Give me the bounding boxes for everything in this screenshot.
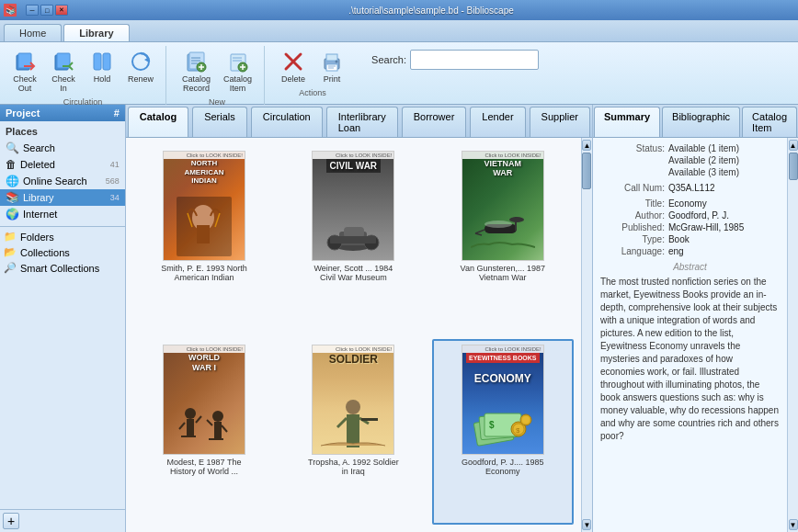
book-caption-4: Modest, E 1987 The History of World ... — [158, 458, 250, 476]
online-search-icon: 🌐 — [6, 175, 19, 187]
callnum-value: Q35A.L112 — [668, 183, 780, 193]
svg-rect-44 — [515, 217, 517, 231]
tab-serials[interactable]: Serials — [192, 107, 247, 137]
catalog-record-button[interactable]: CatalogRecord — [177, 46, 215, 96]
book-caption-1: Smith, P. E. 1993 North American Indian — [158, 264, 250, 282]
tab-summary[interactable]: Summary — [594, 107, 660, 137]
search-input[interactable] — [410, 50, 539, 70]
right-scrollbar[interactable]: ▲ ▼ — [787, 138, 798, 532]
sidebar-item-internet[interactable]: 🌍 Internet — [0, 206, 125, 222]
catalog-item-button[interactable]: CatalogItem — [219, 46, 256, 96]
catalog-record-label: CatalogRecord — [182, 74, 211, 93]
book-item-6[interactable]: Click to LOOK INSIDE! EYEWITNESS BOOKS E… — [432, 339, 574, 526]
title-bar: 📚 ─ □ ✕ .\tutorial\sample\sample.bd - Bi… — [0, 0, 798, 20]
status-value-3: Available (3 item) — [668, 167, 780, 177]
book-item-1[interactable]: Click to LOOK INSIDE! NORTHAMERICANINDIA… — [133, 145, 275, 332]
print-button[interactable]: Print — [314, 46, 349, 86]
title-label: Title: — [600, 198, 665, 209]
checkin-button[interactable]: CheckIn — [46, 46, 81, 96]
delete-icon — [280, 49, 306, 74]
tab-borrower[interactable]: Borrower — [402, 107, 467, 137]
delete-button[interactable]: Delete — [276, 46, 311, 86]
center-panel: Catalog Serials Circulation Interlibrary… — [126, 105, 592, 532]
tab-bibliographic[interactable]: Bibliographic — [662, 107, 740, 137]
renew-button[interactable]: Renew — [123, 46, 158, 86]
svg-point-31 — [336, 61, 338, 63]
sidebar-deleted-count: 41 — [110, 160, 120, 169]
tab-circulation[interactable]: Circulation — [251, 107, 323, 137]
book-item-3[interactable]: Click to LOOK INSIDE! VIETNAMWAR — [432, 145, 574, 332]
book-item-2[interactable]: Click to LOOK INSIDE! CIVIL WAR — [282, 145, 424, 332]
book-item-4[interactable]: Click to LOOK INSIDE! WORLDWAR I — [133, 339, 275, 526]
content-tabs: Catalog Serials Circulation Interlibrary… — [126, 105, 592, 138]
svg-line-50 — [179, 423, 185, 429]
book-item-5[interactable]: Click to LOOK INSIDE! SOLDIER — [282, 339, 424, 526]
print-label: Print — [324, 74, 341, 84]
title-row: Title: Economy — [600, 198, 780, 209]
sidebar: Project # Places 🔍 Search 🗑 Deleted 41 🌐… — [0, 105, 126, 532]
ribbon-search-area: Search: — [368, 46, 542, 74]
folders-icon: 📁 — [4, 231, 17, 243]
author-value: Goodford, P. J. — [668, 210, 780, 221]
tab-catalog[interactable]: Catalog — [128, 107, 188, 137]
svg-rect-6 — [94, 53, 101, 70]
status-value-1: Available (1 item) — [668, 143, 780, 153]
type-value: Book — [668, 234, 780, 244]
right-panel: Summary Bibliographic Catalog Item Statu… — [592, 105, 798, 532]
sidebar-library-label: Library — [23, 192, 107, 203]
center-scrollbar[interactable]: ▲ ▼ — [581, 138, 592, 532]
tab-lender[interactable]: Lender — [470, 107, 525, 137]
sidebar-group-folders[interactable]: 📁 Folders — [0, 229, 125, 244]
main-content: Project # Places 🔍 Search 🗑 Deleted 41 🌐… — [0, 105, 798, 532]
close-btn[interactable]: ✕ — [55, 5, 68, 16]
svg-point-45 — [484, 221, 512, 228]
svg-rect-61 — [347, 414, 359, 435]
sidebar-library-count: 34 — [110, 193, 120, 202]
folders-label: Folders — [20, 232, 54, 243]
book-grid: Click to LOOK INSIDE! NORTHAMERICANINDIA… — [126, 138, 581, 532]
abstract-title: Abstract — [600, 262, 780, 272]
renew-label: Renew — [128, 74, 154, 84]
svg-point-48 — [185, 408, 196, 419]
sidebar-item-search[interactable]: 🔍 Search — [0, 140, 125, 156]
svg-rect-59 — [216, 438, 223, 440]
summary-content: Status: Available (1 item) Available (2 … — [593, 138, 787, 532]
sidebar-item-online-search[interactable]: 🌐 Online Search 568 — [0, 173, 125, 189]
sidebar-item-library[interactable]: 📚 Library 34 — [0, 189, 125, 206]
tab-library[interactable]: Library — [63, 24, 129, 41]
svg-marker-9 — [144, 57, 149, 62]
sidebar-online-count: 568 — [106, 176, 120, 186]
checkout-icon — [12, 49, 38, 74]
status-row-2: Available (2 item) — [600, 155, 780, 165]
book-caption-3: Van Gunsteren,... 1987 Vietnam War — [457, 264, 549, 282]
restore-btn[interactable]: □ — [40, 5, 53, 16]
status-label: Status: — [600, 143, 665, 153]
checkout-button[interactable]: CheckOut — [7, 46, 42, 96]
hold-button[interactable]: Hold — [85, 46, 120, 86]
book-cover-5: Click to LOOK INSIDE! SOLDIER — [312, 345, 394, 455]
app-icon: 📚 — [4, 4, 17, 17]
published-value: McGraw-Hill, 1985 — [668, 222, 780, 232]
tab-catalog-item[interactable]: Catalog Item — [742, 107, 797, 137]
search-icon: 🔍 — [6, 141, 19, 154]
sidebar-group-smart-collections[interactable]: 🔎 Smart Collections — [0, 260, 125, 276]
tab-supplier[interactable]: Supplier — [530, 107, 590, 137]
svg-point-54 — [212, 411, 223, 422]
book-cover-4: Click to LOOK INSIDE! WORLDWAR I — [163, 345, 245, 455]
window-controls[interactable]: ─ □ ✕ — [26, 5, 68, 16]
sidebar-item-deleted[interactable]: 🗑 Deleted 41 — [0, 156, 125, 173]
svg-line-47 — [475, 233, 482, 235]
status-value-2: Available (2 item) — [668, 155, 780, 165]
language-label: Language: — [600, 246, 665, 256]
look-inside-3: Click to LOOK INSIDE! — [462, 152, 543, 159]
renew-icon — [128, 49, 154, 74]
add-project-button[interactable]: + — [3, 513, 19, 529]
sidebar-group-collections[interactable]: 📂 Collections — [0, 244, 125, 260]
places-title: Places — [0, 123, 125, 140]
tab-interlibrary-loan[interactable]: Interlibrary Loan — [326, 107, 398, 137]
book-cover-6: Click to LOOK INSIDE! EYEWITNESS BOOKS E… — [462, 345, 544, 455]
book-cover-2: Click to LOOK INSIDE! CIVIL WAR — [312, 151, 394, 261]
minimize-btn[interactable]: ─ — [26, 5, 39, 16]
svg-text:$: $ — [489, 420, 495, 430]
tab-home[interactable]: Home — [4, 24, 62, 41]
